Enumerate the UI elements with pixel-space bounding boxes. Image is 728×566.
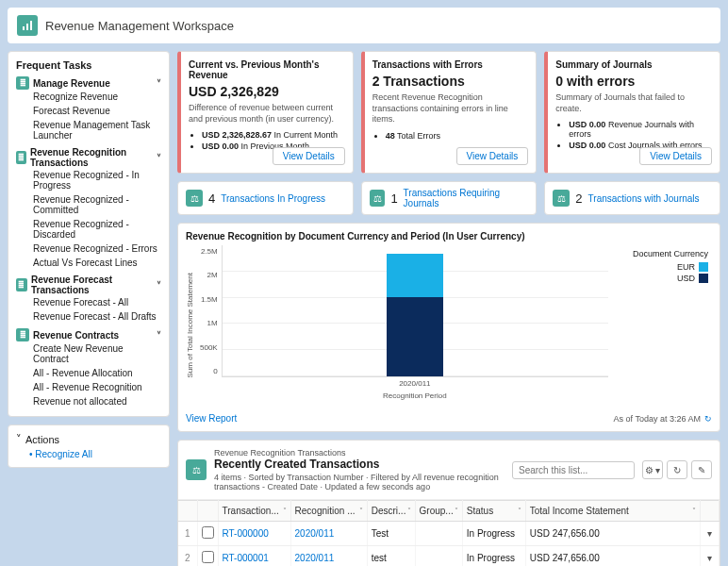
svg-rect-2	[30, 21, 32, 30]
chart-title: Revenue Recognition by Document Currency…	[186, 231, 712, 241]
sidebar-group-head[interactable]: ≣Revenue Forecast Transactions˅	[16, 275, 161, 295]
chart-x-label: Recognition Period	[222, 391, 608, 400]
sidebar-item[interactable]: Revenue Forecast - All Drafts	[16, 309, 161, 324]
column-header[interactable]: Recognition ...˅	[290, 501, 367, 522]
sidebar-item[interactable]: Revenue not allocated	[16, 394, 161, 408]
column-header[interactable]: Descri...˅	[367, 501, 415, 522]
sidebar-item[interactable]: Recognize Revenue	[16, 90, 161, 104]
kpi-card: Current vs. Previous Month's RevenueUSD …	[177, 51, 354, 174]
chart-timestamp: As of Today at 3:26 AM ↻	[614, 414, 712, 424]
column-header[interactable]: Transaction...˅	[218, 501, 290, 522]
app-logo-icon	[17, 15, 38, 36]
trans-count: 1	[390, 191, 397, 206]
table-settings-button[interactable]: ⚙ ▾	[642, 460, 663, 479]
transaction-link[interactable]: RT-000001	[218, 546, 290, 567]
kpi-value: 2 Transactions	[372, 74, 529, 89]
trans-label: Transactions Requiring Journals	[404, 188, 529, 208]
chart-y-label: Sum of Total Income Statement	[186, 273, 194, 377]
view-details-button[interactable]: View Details	[456, 147, 529, 165]
sidebar-item[interactable]: All - Revenue Recognition	[16, 380, 161, 394]
sidebar-item[interactable]: Revenue Management Task Launcher	[16, 118, 161, 142]
sidebar-item[interactable]: Revenue Recognized - Committed	[16, 192, 161, 217]
period-link[interactable]: 2020/011	[290, 546, 367, 567]
table-title: Recently Created Transactions	[214, 458, 505, 471]
view-details-button[interactable]: View Details	[273, 147, 345, 165]
period-link[interactable]: 2020/011	[290, 522, 367, 546]
row-menu-button[interactable]: ▾	[701, 522, 720, 546]
sidebar-item[interactable]: Actual Vs Forecast Lines	[16, 256, 161, 270]
refresh-icon[interactable]: ↻	[704, 414, 712, 424]
frequent-tasks-panel: Frequent Tasks ≣Manage Revenue˅Recognize…	[8, 51, 170, 417]
chart-card: Revenue Recognition by Document Currency…	[177, 223, 720, 432]
kpi-title: Summary of Journals	[555, 59, 712, 70]
legend-item: USD	[612, 274, 708, 283]
row-checkbox[interactable]	[202, 551, 214, 563]
sidebar-group-head[interactable]: ≣Manage Revenue˅	[16, 76, 161, 90]
transaction-link[interactable]: RT-000000	[218, 522, 290, 546]
kpi-subtitle: Summary of Journals that failed to creat…	[555, 92, 712, 114]
page-title: Revenue Management Workspace	[45, 19, 234, 33]
svg-rect-0	[23, 26, 25, 30]
trans-count: 2	[575, 191, 582, 206]
sidebar-group-head[interactable]: ≣Revenue Recognition Transactions˅	[16, 147, 161, 168]
actions-toggle[interactable]: ˅ Actions	[16, 433, 161, 445]
legend-item: EUR	[612, 262, 708, 272]
chevron-down-icon: ˅	[157, 280, 161, 291]
actions-panel: ˅ Actions • Recognize All	[8, 424, 170, 468]
table-edit-button[interactable]: ✎	[691, 460, 712, 479]
transactions-table-card: ⚖ Revenue Recognition Transactions Recen…	[177, 440, 720, 566]
sidebar-item[interactable]: Revenue Recognized - Discarded	[16, 217, 161, 241]
kpi-value: 0 with errors	[555, 74, 712, 89]
trans-summary-card[interactable]: ⚖1Transactions Requiring Journals	[361, 181, 538, 215]
chart-y-axis: 2.5M2M1.5M1M500K0	[196, 245, 222, 377]
trans-label: Transactions with Journals	[588, 193, 700, 204]
table-row: 1RT-0000002020/011TestIn ProgressUSD 247…	[178, 522, 720, 546]
sidebar-item[interactable]: Revenue Forecast - All	[16, 295, 161, 309]
table-supertitle: Revenue Recognition Transactions	[214, 448, 505, 458]
row-menu-button[interactable]: ▾	[701, 546, 720, 567]
transactions-table: Transaction...˅Recognition ...˅Descri...…	[178, 500, 720, 566]
chevron-down-icon: ˅	[283, 507, 287, 515]
chart-x-tick: 2020/011	[222, 379, 608, 388]
app-header: Revenue Management Workspace	[8, 8, 720, 43]
chevron-down-icon: ˅	[157, 78, 161, 89]
kpi-title: Transactions with Errors	[372, 59, 529, 70]
group-icon: ≣	[16, 151, 26, 164]
group-icon: ≣	[16, 278, 27, 291]
action-recognize-all[interactable]: • Recognize All	[16, 445, 161, 459]
trans-count: 4	[208, 191, 215, 206]
kpi-card: Transactions with Errors2 TransactionsRe…	[361, 51, 538, 174]
svg-rect-1	[26, 24, 28, 30]
chart-bar[interactable]	[387, 254, 443, 376]
sidebar-item[interactable]: Revenue Recognized - In Progress	[16, 168, 161, 192]
chart-bar-segment	[387, 297, 443, 376]
sidebar-group-head[interactable]: ≣Revenue Contracts˅	[16, 328, 161, 341]
chevron-down-icon: ˅	[518, 507, 521, 515]
column-header[interactable]: Status˅	[462, 501, 525, 522]
chart-plot-area	[222, 245, 608, 377]
view-report-link[interactable]: View Report	[186, 413, 237, 424]
scale-icon: ⚖	[186, 190, 203, 207]
trans-summary-card[interactable]: ⚖2Transactions with Journals	[544, 181, 720, 215]
kpi-card: Summary of Journals0 with errorsSummary …	[544, 51, 720, 174]
scale-icon: ⚖	[370, 190, 386, 207]
kpi-value: USD 2,326,829	[189, 84, 345, 99]
chevron-down-icon: ˅	[157, 153, 161, 163]
kpi-title: Current vs. Previous Month's Revenue	[189, 59, 345, 80]
table-icon: ⚖	[186, 459, 207, 480]
sidebar-item[interactable]: All - Revenue Allocation	[16, 366, 161, 380]
row-checkbox[interactable]	[202, 526, 214, 539]
kpi-subtitle: Recent Revenue Recognition transactions …	[372, 92, 529, 125]
group-icon: ≣	[16, 76, 29, 90]
table-search-input[interactable]	[512, 461, 635, 479]
trans-summary-card[interactable]: ⚖4Transactions In Progress	[177, 181, 354, 215]
view-details-button[interactable]: View Details	[639, 147, 712, 165]
chevron-down-icon: ˅	[455, 507, 458, 515]
column-header[interactable]: Group...˅	[415, 501, 462, 522]
sidebar-item[interactable]: Forecast Revenue	[16, 104, 161, 118]
scale-icon: ⚖	[553, 190, 570, 207]
sidebar-item[interactable]: Create New Revenue Contract	[16, 341, 161, 366]
sidebar-item[interactable]: Revenue Recognized - Errors	[16, 241, 161, 256]
column-header[interactable]: Total Income Statement˅	[525, 501, 700, 522]
table-refresh-button[interactable]: ↻	[667, 460, 687, 479]
